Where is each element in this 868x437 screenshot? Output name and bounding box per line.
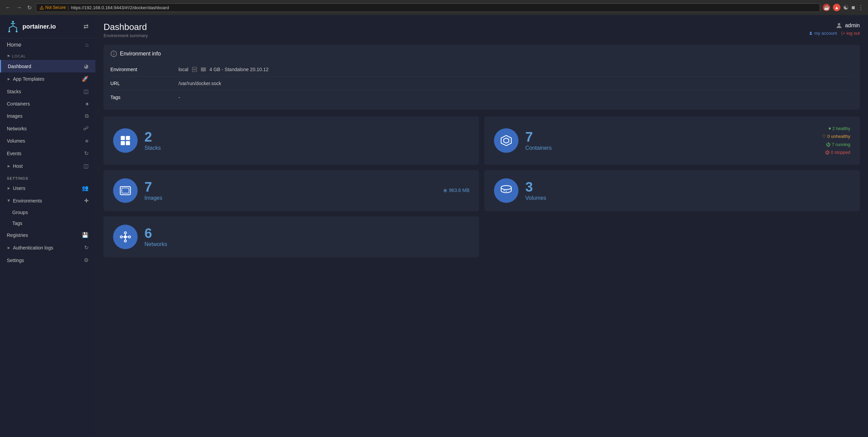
svg-point-4 — [838, 23, 840, 26]
address-bar[interactable]: Not Secure | https://192.168.0.164:9443/… — [36, 3, 820, 12]
images-icon-circle — [113, 178, 138, 203]
sidebar-item-events[interactable]: Events ↻ — [0, 147, 95, 160]
stacks-stat-info: 2 Stacks — [144, 130, 469, 151]
nav-reload-button[interactable]: ↻ — [26, 3, 33, 12]
users-icon: 👥 — [82, 185, 89, 191]
sidebar-item-users[interactable]: ► Users 👥 — [0, 182, 95, 194]
user-info: admin my account log out — [809, 22, 860, 36]
sidebar-item-home[interactable]: Home ⌂ — [0, 38, 95, 51]
volumes-icon-circle — [494, 178, 518, 203]
env-row-environment: Environment local 4 GB - Standalone 20.1… — [110, 63, 853, 77]
stacks-stat-card[interactable]: 2 Stacks — [104, 116, 479, 165]
stacks-count: 2 — [144, 130, 469, 144]
images-stat-card[interactable]: 7 Images 963.6 MB — [104, 170, 479, 211]
containers-icon-circle — [494, 128, 518, 153]
svg-point-28 — [124, 240, 126, 242]
sidebar-item-networks[interactable]: Networks ☍ — [0, 122, 95, 135]
environments-icon: ✚ — [84, 197, 89, 204]
unhealthy-count: 0 unhealthy — [827, 134, 850, 139]
unhealthy-heart-icon: ♡ — [822, 134, 827, 139]
host-icon: ◫ — [83, 163, 89, 169]
main-content: Dashboard Environment summary admin my a… — [95, 15, 868, 437]
chevron-down-icon-environments: ► — [6, 199, 11, 203]
stats-grid: 2 Stacks 7 Containers ♥ 2 healthy — [104, 116, 860, 257]
chevron-right-icon-auth: ► — [7, 245, 11, 250]
svg-rect-11 — [121, 136, 125, 140]
sidebar-sub-item-tags[interactable]: Tags — [0, 218, 95, 229]
sidebar-item-settings[interactable]: Settings ⚙ — [0, 254, 95, 266]
nav-back-button[interactable]: ← — [4, 3, 12, 12]
env-row-url: URL /var/run/docker.sock — [110, 77, 853, 91]
sidebar-item-images[interactable]: Images ⧉ — [0, 110, 95, 122]
containers-stat-info: 7 Containers — [525, 130, 815, 151]
sidebar-item-containers[interactable]: Containers ♠ — [0, 98, 95, 110]
svg-point-22 — [504, 190, 505, 191]
volumes-label: Volumes — [525, 195, 850, 201]
networks-icon-circle — [113, 225, 138, 249]
svg-point-25 — [120, 236, 122, 238]
home-icon: ⌂ — [85, 42, 89, 48]
healthy-heart-icon: ♥ — [828, 126, 832, 131]
svg-point-3 — [16, 31, 17, 32]
networks-count: 6 — [144, 226, 469, 240]
log-out-link[interactable]: log out — [841, 31, 860, 36]
svg-rect-8 — [201, 68, 206, 69]
containers-label: Containers — [525, 145, 815, 151]
images-count: 7 — [144, 180, 436, 194]
nav-forward-button[interactable]: → — [15, 3, 23, 12]
volumes-stat-card[interactable]: 3 Volumes — [484, 170, 860, 211]
chevron-right-icon: ► — [7, 77, 11, 81]
containers-stat-card[interactable]: 7 Containers ♥ 2 healthy ♡ 0 unhealthy ⏻… — [484, 116, 860, 165]
registries-icon: 💾 — [82, 232, 89, 238]
page-title-area: Dashboard Environment summary — [104, 22, 148, 38]
environment-info-table: Environment local 4 GB - Standalone 20.1… — [110, 63, 853, 104]
stopped-power-icon: ⏻ — [825, 150, 831, 155]
page-title: Dashboard — [104, 22, 148, 32]
svg-point-21 — [501, 185, 511, 190]
networks-label: Networks — [144, 241, 469, 247]
sidebar-item-auth-logs[interactable]: ► Authentication logs ↻ — [0, 241, 95, 254]
sidebar-item-dashboard[interactable]: Dashboard ◕ — [0, 60, 95, 72]
svg-marker-15 — [501, 135, 511, 146]
security-warning: Not Secure — [40, 5, 66, 10]
networks-stat-card[interactable]: 6 Networks — [104, 216, 479, 257]
volumes-stat-info: 3 Volumes — [525, 180, 850, 201]
svg-rect-6 — [192, 67, 197, 69]
svg-rect-9 — [201, 69, 206, 70]
environment-info-card: Environment info Environment local 4 GB … — [104, 45, 860, 110]
sidebar-item-stacks[interactable]: Stacks ◫ — [0, 85, 95, 98]
sidebar-toggle-icon: ⇄ — [83, 23, 89, 30]
svg-point-23 — [506, 191, 507, 192]
sidebar-item-environments[interactable]: ► Environments ✚ — [0, 194, 95, 207]
user-actions: my account log out — [809, 31, 860, 36]
events-icon: ↻ — [84, 150, 89, 157]
images-icon: ⧉ — [85, 113, 89, 119]
svg-rect-18 — [122, 188, 129, 193]
healthy-count: 2 healthy — [832, 126, 850, 131]
containers-health-info: ♥ 2 healthy ♡ 0 unhealthy ⏻ 7 running ⏻ … — [822, 125, 850, 157]
svg-marker-16 — [504, 138, 509, 143]
svg-point-26 — [128, 236, 130, 238]
sidebar-item-volumes[interactable]: Volumes ⎈ — [0, 135, 95, 147]
sidebar-item-app-templates[interactable]: ► App Templates 🚀 — [0, 72, 95, 85]
containers-count: 7 — [525, 130, 815, 144]
logo-text: portainer.io — [22, 23, 56, 30]
sidebar-item-host[interactable]: ► Host ◫ — [0, 160, 95, 172]
svg-point-24 — [124, 235, 127, 238]
auth-logs-icon: ↻ — [84, 244, 89, 251]
sidebar-item-registries[interactable]: Registries 💾 — [0, 229, 95, 241]
volumes-icon: ⎈ — [85, 138, 89, 144]
volumes-count: 3 — [525, 180, 850, 194]
page-header: Dashboard Environment summary admin my a… — [104, 22, 860, 38]
page-subtitle: Environment summary — [104, 33, 148, 38]
svg-rect-7 — [192, 70, 197, 71]
user-name-display: admin — [835, 22, 860, 29]
networks-stat-info: 6 Networks — [144, 226, 469, 247]
svg-rect-10 — [201, 70, 206, 71]
svg-rect-13 — [121, 141, 125, 145]
sidebar-sub-item-groups[interactable]: Groups — [0, 207, 95, 218]
settings-section-label: SETTINGS — [0, 172, 95, 182]
rocket-icon: 🚀 — [82, 76, 89, 82]
svg-point-2 — [9, 31, 10, 32]
my-account-link[interactable]: my account — [809, 31, 837, 36]
